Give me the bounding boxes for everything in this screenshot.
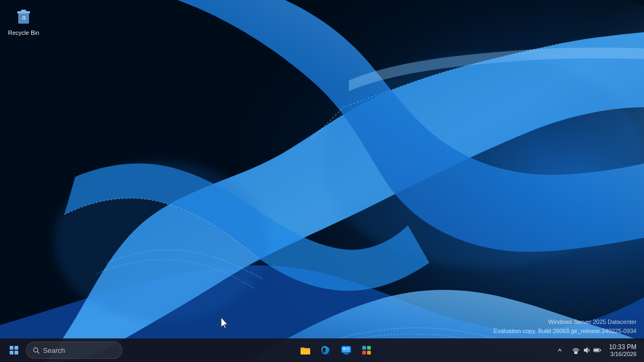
system-tray: 10:33 PM 3/16/2026	[552, 341, 640, 360]
svg-rect-27	[362, 346, 366, 350]
svg-point-4	[54, 161, 268, 322]
svg-rect-7	[21, 10, 26, 12]
svg-marker-32	[584, 347, 588, 353]
svg-rect-28	[367, 346, 371, 350]
start-button[interactable]	[4, 341, 24, 360]
edge-browser-button[interactable]	[316, 341, 335, 360]
battery-icon	[593, 346, 602, 354]
svg-point-17	[34, 348, 38, 352]
recycle-bin-label: Recycle Bin	[8, 29, 39, 36]
search-box[interactable]: Search	[26, 342, 122, 359]
svg-rect-8	[18, 12, 30, 13]
clock-date: 3/16/2026	[610, 351, 636, 357]
taskbar-app-icons	[296, 341, 376, 360]
taskbar: Search	[0, 338, 644, 362]
svg-rect-16	[14, 351, 18, 354]
svg-rect-34	[594, 349, 599, 351]
network-icon	[572, 346, 580, 354]
svg-text:♻: ♻	[21, 15, 26, 21]
svg-rect-26	[347, 348, 349, 350]
svg-rect-35	[600, 350, 601, 351]
volume-icon	[582, 346, 591, 354]
tray-icons-group[interactable]	[568, 341, 605, 360]
svg-rect-23	[345, 353, 348, 354]
chevron-up-icon	[557, 348, 562, 353]
recycle-bin-icon[interactable]: ♻ Recycle Bin	[6, 5, 41, 36]
svg-rect-15	[10, 351, 13, 354]
svg-rect-25	[343, 348, 346, 350]
svg-rect-31	[574, 351, 577, 354]
remote-desktop-button[interactable]	[336, 341, 356, 360]
store-button[interactable]	[357, 341, 376, 360]
svg-rect-29	[362, 351, 366, 354]
svg-rect-24	[343, 354, 349, 355]
svg-rect-14	[14, 346, 18, 350]
svg-line-18	[38, 351, 40, 353]
desktop: ♻ Recycle Bin Windows Server 2025 Datace…	[0, 0, 644, 362]
clock-time: 10:33 PM	[609, 343, 636, 351]
svg-point-3	[322, 54, 644, 268]
svg-rect-30	[367, 351, 371, 354]
recycle-bin-graphic: ♻	[13, 5, 34, 27]
search-label: Search	[43, 346, 65, 354]
wallpaper-ribbon	[0, 0, 644, 362]
file-explorer-button[interactable]	[296, 341, 315, 360]
clock-area[interactable]: 10:33 PM 3/16/2026	[606, 341, 640, 360]
search-icon	[33, 347, 40, 354]
svg-rect-13	[10, 346, 13, 350]
tray-chevron-button[interactable]	[552, 341, 567, 360]
